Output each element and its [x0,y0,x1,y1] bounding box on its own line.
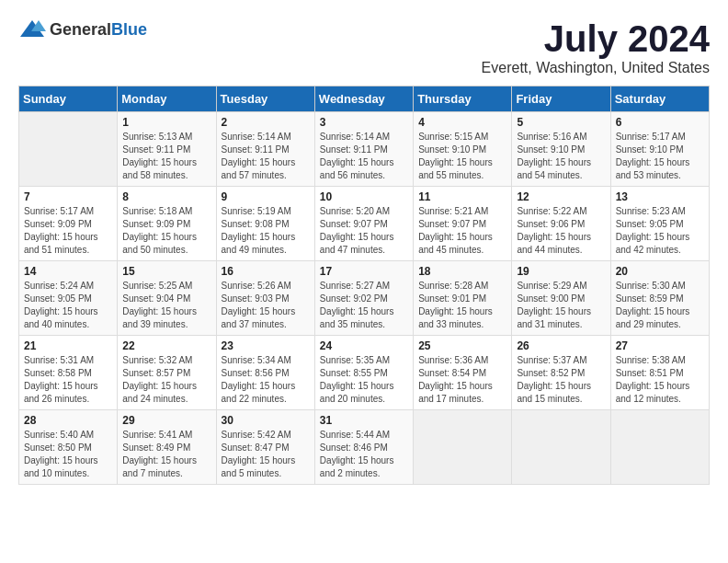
calendar-cell: 5Sunrise: 5:16 AM Sunset: 9:10 PM Daylig… [512,112,610,187]
calendar-cell: 18Sunrise: 5:28 AM Sunset: 9:01 PM Dayli… [414,261,512,336]
calendar-cell [512,410,610,485]
day-number: 23 [222,339,310,352]
header-friday: Friday [512,86,610,112]
day-number: 21 [24,339,112,352]
header-tuesday: Tuesday [216,86,314,112]
calendar-cell: 14Sunrise: 5:24 AM Sunset: 9:05 PM Dayli… [19,261,118,336]
calendar-cell: 29Sunrise: 5:41 AM Sunset: 8:49 PM Dayli… [118,410,216,485]
title-area: July 2024 Everett, Washington, United St… [482,18,710,76]
calendar-cell: 19Sunrise: 5:29 AM Sunset: 9:00 PM Dayli… [512,261,610,336]
calendar-table: SundayMondayTuesdayWednesdayThursdayFrid… [18,86,710,485]
week-row-1: 7Sunrise: 5:17 AM Sunset: 9:09 PM Daylig… [19,187,710,261]
day-number: 27 [616,339,704,352]
calendar-cell: 26Sunrise: 5:37 AM Sunset: 8:52 PM Dayli… [512,336,610,410]
cell-info: Sunrise: 5:14 AM Sunset: 9:11 PM Dayligh… [222,131,310,182]
calendar-cell: 16Sunrise: 5:26 AM Sunset: 9:03 PM Dayli… [216,261,314,336]
day-number: 1 [122,116,210,129]
day-number: 11 [418,190,506,203]
day-number: 29 [122,414,210,427]
cell-info: Sunrise: 5:30 AM Sunset: 8:59 PM Dayligh… [616,280,704,331]
cell-info: Sunrise: 5:23 AM Sunset: 9:05 PM Dayligh… [616,205,704,257]
calendar-header-row: SundayMondayTuesdayWednesdayThursdayFrid… [19,86,710,112]
header-thursday: Thursday [414,86,512,112]
day-number: 22 [122,339,210,352]
cell-info: Sunrise: 5:22 AM Sunset: 9:06 PM Dayligh… [517,205,605,257]
cell-info: Sunrise: 5:24 AM Sunset: 9:05 PM Dayligh… [24,280,112,331]
cell-info: Sunrise: 5:31 AM Sunset: 8:58 PM Dayligh… [24,354,112,406]
cell-info: Sunrise: 5:36 AM Sunset: 8:54 PM Dayligh… [418,354,506,406]
day-number: 4 [418,116,506,129]
cell-info: Sunrise: 5:29 AM Sunset: 9:00 PM Dayligh… [517,280,605,331]
day-number: 13 [616,190,704,203]
day-number: 16 [222,265,310,278]
calendar-cell: 6Sunrise: 5:17 AM Sunset: 9:10 PM Daylig… [610,112,709,187]
calendar-cell: 31Sunrise: 5:44 AM Sunset: 8:46 PM Dayli… [314,410,413,485]
calendar-cell: 30Sunrise: 5:42 AM Sunset: 8:47 PM Dayli… [216,410,314,485]
cell-info: Sunrise: 5:27 AM Sunset: 9:02 PM Dayligh… [320,280,408,331]
cell-info: Sunrise: 5:15 AM Sunset: 9:10 PM Dayligh… [418,131,506,182]
cell-info: Sunrise: 5:18 AM Sunset: 9:09 PM Dayligh… [122,205,210,257]
cell-info: Sunrise: 5:32 AM Sunset: 8:57 PM Dayligh… [122,354,210,406]
month-title: July 2024 [482,18,710,60]
day-number: 20 [616,265,704,278]
cell-info: Sunrise: 5:34 AM Sunset: 8:56 PM Dayligh… [222,354,310,406]
logo-icon [18,18,46,40]
cell-info: Sunrise: 5:17 AM Sunset: 9:09 PM Dayligh… [24,205,112,257]
calendar-cell: 9Sunrise: 5:19 AM Sunset: 9:08 PM Daylig… [216,187,314,261]
cell-info: Sunrise: 5:25 AM Sunset: 9:04 PM Dayligh… [122,280,210,331]
calendar-cell: 22Sunrise: 5:32 AM Sunset: 8:57 PM Dayli… [118,336,216,410]
day-number: 25 [418,339,506,352]
day-number: 9 [222,190,310,203]
header-wednesday: Wednesday [314,86,413,112]
cell-info: Sunrise: 5:17 AM Sunset: 9:10 PM Dayligh… [616,131,704,182]
calendar-cell: 28Sunrise: 5:40 AM Sunset: 8:50 PM Dayli… [19,410,118,485]
calendar-cell: 2Sunrise: 5:14 AM Sunset: 9:11 PM Daylig… [216,112,314,187]
week-row-4: 28Sunrise: 5:40 AM Sunset: 8:50 PM Dayli… [19,410,710,485]
header-monday: Monday [118,86,216,112]
cell-info: Sunrise: 5:19 AM Sunset: 9:08 PM Dayligh… [222,205,310,257]
calendar-cell [19,112,118,187]
logo: General Blue [18,18,147,40]
cell-info: Sunrise: 5:26 AM Sunset: 9:03 PM Dayligh… [222,280,310,331]
calendar-cell [414,410,512,485]
day-number: 26 [517,339,605,352]
week-row-3: 21Sunrise: 5:31 AM Sunset: 8:58 PM Dayli… [19,336,710,410]
calendar-cell: 27Sunrise: 5:38 AM Sunset: 8:51 PM Dayli… [610,336,709,410]
calendar-cell: 3Sunrise: 5:14 AM Sunset: 9:11 PM Daylig… [314,112,413,187]
cell-info: Sunrise: 5:40 AM Sunset: 8:50 PM Dayligh… [24,429,112,480]
cell-info: Sunrise: 5:14 AM Sunset: 9:11 PM Dayligh… [320,131,408,182]
calendar-cell: 4Sunrise: 5:15 AM Sunset: 9:10 PM Daylig… [414,112,512,187]
cell-info: Sunrise: 5:41 AM Sunset: 8:49 PM Dayligh… [122,429,210,480]
calendar-cell: 1Sunrise: 5:13 AM Sunset: 9:11 PM Daylig… [118,112,216,187]
calendar-cell: 24Sunrise: 5:35 AM Sunset: 8:55 PM Dayli… [314,336,413,410]
cell-info: Sunrise: 5:35 AM Sunset: 8:55 PM Dayligh… [320,354,408,406]
cell-info: Sunrise: 5:16 AM Sunset: 9:10 PM Dayligh… [517,131,605,182]
day-number: 6 [616,116,704,129]
calendar-cell: 12Sunrise: 5:22 AM Sunset: 9:06 PM Dayli… [512,187,610,261]
calendar-cell: 20Sunrise: 5:30 AM Sunset: 8:59 PM Dayli… [610,261,709,336]
day-number: 24 [320,339,408,352]
day-number: 2 [222,116,310,129]
day-number: 31 [320,414,408,427]
cell-info: Sunrise: 5:44 AM Sunset: 8:46 PM Dayligh… [320,429,408,480]
day-number: 19 [517,265,605,278]
calendar-cell: 7Sunrise: 5:17 AM Sunset: 9:09 PM Daylig… [19,187,118,261]
calendar-cell: 17Sunrise: 5:27 AM Sunset: 9:02 PM Dayli… [314,261,413,336]
logo-general: General [50,20,111,40]
cell-info: Sunrise: 5:37 AM Sunset: 8:52 PM Dayligh… [517,354,605,406]
calendar-cell: 23Sunrise: 5:34 AM Sunset: 8:56 PM Dayli… [216,336,314,410]
calendar-body: 1Sunrise: 5:13 AM Sunset: 9:11 PM Daylig… [19,112,710,485]
day-number: 10 [320,190,408,203]
location-title: Everett, Washington, United States [482,60,710,76]
logo-blue: Blue [111,20,147,40]
cell-info: Sunrise: 5:38 AM Sunset: 8:51 PM Dayligh… [616,354,704,406]
week-row-2: 14Sunrise: 5:24 AM Sunset: 9:05 PM Dayli… [19,261,710,336]
cell-info: Sunrise: 5:13 AM Sunset: 9:11 PM Dayligh… [122,131,210,182]
day-number: 30 [222,414,310,427]
calendar-cell: 11Sunrise: 5:21 AM Sunset: 9:07 PM Dayli… [414,187,512,261]
day-number: 28 [24,414,112,427]
header-sunday: Sunday [19,86,118,112]
day-number: 15 [122,265,210,278]
calendar-cell: 21Sunrise: 5:31 AM Sunset: 8:58 PM Dayli… [19,336,118,410]
day-number: 18 [418,265,506,278]
